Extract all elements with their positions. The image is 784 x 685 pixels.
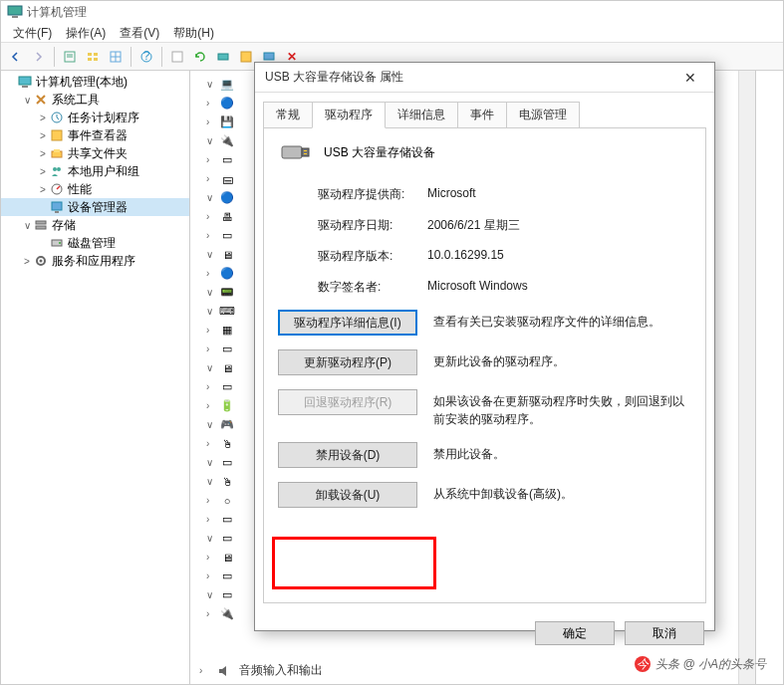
info-row: 驱动程序提供商:Microsoft	[318, 186, 691, 203]
action-row: 禁用设备(D)禁用此设备。	[278, 442, 691, 468]
expand-icon[interactable]: ›	[206, 608, 218, 619]
cancel-button[interactable]: 取消	[625, 621, 704, 645]
menu-file[interactable]: 文件(F)	[7, 23, 58, 42]
computer-icon	[17, 74, 33, 90]
expand-icon[interactable]: ›	[206, 268, 218, 279]
svg-text:?: ?	[143, 50, 150, 63]
refresh-icon[interactable]	[189, 46, 211, 68]
expand-icon[interactable]: ∨	[206, 192, 218, 203]
expand-icon[interactable]: ∨	[206, 135, 218, 146]
expand-icon[interactable]: >	[37, 148, 49, 159]
expand-icon[interactable]: ›	[206, 154, 218, 165]
expand-icon[interactable]: ›	[206, 173, 218, 184]
expand-icon[interactable]: ›	[206, 230, 218, 241]
tabbar: 常规驱动程序详细信息事件电源管理	[255, 93, 714, 127]
expand-icon[interactable]: ∨	[206, 457, 218, 468]
menu-help[interactable]: 帮助(H)	[167, 23, 220, 42]
tree-item[interactable]: ∨存储	[1, 216, 189, 234]
expand-icon[interactable]: >	[37, 166, 49, 177]
tree-pane[interactable]: 计算机管理(本地)∨系统工具>任务计划程序>事件查看器>共享文件夹>本地用户和组…	[1, 71, 190, 684]
tab-4[interactable]: 电源管理	[506, 102, 580, 128]
expand-icon[interactable]: ∨	[21, 220, 33, 231]
properties-icon[interactable]	[59, 46, 81, 68]
expand-icon[interactable]: ›	[206, 211, 218, 222]
tree-item[interactable]: >事件查看器	[1, 126, 189, 144]
expand-icon[interactable]: ∨	[206, 79, 218, 90]
tree-item[interactable]: >服务和应用程序	[1, 252, 189, 270]
expand-icon[interactable]: ›	[206, 325, 218, 336]
expand-icon[interactable]: ›	[206, 514, 218, 525]
expand-icon[interactable]: ›	[206, 552, 218, 563]
tab-0[interactable]: 常规	[263, 102, 313, 128]
view-icon[interactable]	[82, 46, 104, 68]
tree-item[interactable]: >共享文件夹	[1, 144, 189, 162]
expand-icon[interactable]: ›	[199, 665, 211, 676]
svg-rect-14	[172, 52, 182, 62]
menu-view[interactable]: 查看(V)	[114, 23, 165, 42]
svg-rect-35	[282, 146, 302, 158]
help-icon[interactable]: ?	[135, 46, 157, 68]
tree-item[interactable]: >性能	[1, 180, 189, 198]
menu-action[interactable]: 操作(A)	[60, 23, 112, 42]
expand-icon[interactable]: ›	[206, 571, 218, 581]
tree-item[interactable]: ∨系统工具	[1, 91, 189, 109]
action-desc: 更新此设备的驱动程序。	[433, 349, 691, 370]
close-icon[interactable]: ✕	[670, 65, 710, 91]
expand-icon[interactable]: >	[21, 256, 33, 267]
scrollbar[interactable]	[738, 71, 755, 684]
tree-label: 性能	[68, 181, 92, 198]
expand-icon[interactable]: ›	[206, 381, 218, 392]
back-icon[interactable]	[5, 46, 27, 68]
svg-point-25	[57, 167, 61, 171]
expand-icon[interactable]: ∨	[206, 362, 218, 373]
tool-icon[interactable]	[166, 46, 188, 68]
expand-icon[interactable]: ›	[206, 343, 218, 354]
svg-rect-15	[218, 54, 228, 60]
expand-icon[interactable]: ∨	[206, 533, 218, 544]
dialog-titlebar[interactable]: USB 大容量存储设备 属性 ✕	[255, 63, 714, 93]
expand-icon[interactable]: ›	[206, 400, 218, 411]
tree-item[interactable]: >本地用户和组	[1, 162, 189, 180]
tree-label: 服务和应用程序	[52, 253, 135, 270]
info-row: 数字签名者:Microsoft Windows	[318, 279, 691, 296]
svg-rect-38	[304, 153, 307, 154]
expand-icon[interactable]: ∨	[206, 419, 218, 430]
forward-icon[interactable]	[28, 46, 50, 68]
action-button-1[interactable]: 更新驱动程序(P)	[278, 349, 417, 375]
action-button-4[interactable]: 卸载设备(U)	[278, 482, 417, 508]
action-button-3[interactable]: 禁用设备(D)	[278, 442, 417, 468]
expand-icon[interactable]: >	[37, 184, 49, 195]
expand-icon[interactable]: ∨	[206, 476, 218, 487]
tab-2[interactable]: 详细信息	[385, 102, 458, 128]
expand-icon[interactable]: ›	[206, 438, 218, 449]
tools-icon	[33, 92, 49, 108]
svg-rect-37	[304, 150, 307, 151]
tab-3[interactable]: 事件	[457, 102, 507, 128]
ok-button[interactable]: 确定	[535, 621, 615, 645]
users-icon	[49, 163, 65, 179]
svg-rect-1	[12, 16, 18, 18]
devmgr-icon[interactable]	[212, 46, 234, 68]
expand-icon[interactable]: ∨	[206, 589, 218, 600]
device-icon: ▭	[218, 342, 236, 357]
expand-icon[interactable]: ∨	[206, 306, 218, 317]
expand-icon[interactable]: ›	[206, 116, 218, 127]
list-icon[interactable]	[105, 46, 127, 68]
expand-icon[interactable]: ∨	[206, 249, 218, 260]
tree-item[interactable]: 设备管理器	[1, 198, 189, 216]
expand-icon[interactable]: ›	[206, 98, 218, 109]
tree-item[interactable]: >任务计划程序	[1, 109, 189, 126]
expand-icon[interactable]: ∨	[206, 287, 218, 298]
svg-rect-29	[36, 221, 46, 224]
tree-item[interactable]: 计算机管理(本地)	[1, 73, 189, 91]
device-icon: 🔵	[218, 190, 236, 206]
svg-rect-5	[88, 53, 92, 56]
expand-icon[interactable]: ›	[206, 495, 218, 506]
tree-item[interactable]: 磁盘管理	[1, 234, 189, 252]
expand-icon[interactable]: ∨	[21, 95, 33, 106]
tab-1[interactable]: 驱动程序	[312, 102, 386, 128]
expand-icon[interactable]: >	[37, 113, 49, 123]
svg-rect-8	[94, 58, 98, 61]
action-button-0[interactable]: 驱动程序详细信息(I)	[278, 310, 417, 336]
expand-icon[interactable]: >	[37, 130, 49, 141]
